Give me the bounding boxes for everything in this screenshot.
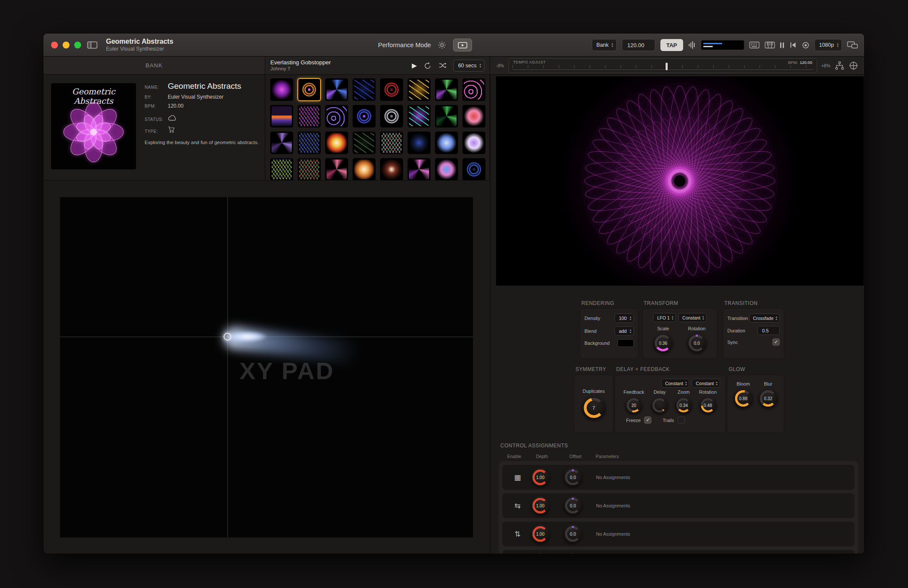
blend-stepper[interactable]: add ▴▾ (614, 326, 634, 336)
preset-thumbnail[interactable] (270, 78, 294, 101)
tempo-slider-handle[interactable] (666, 63, 668, 70)
visual-output-display (496, 76, 864, 286)
offset-knob[interactable]: 0.0 (563, 468, 582, 487)
preset-thumbnail[interactable] (270, 158, 294, 181)
preset-thumbnail[interactable] (352, 78, 376, 101)
close-button[interactable] (51, 42, 58, 48)
shuffle-icon[interactable] (439, 62, 447, 69)
record-icon[interactable] (802, 42, 809, 49)
xy-pad[interactable]: XY PAD (60, 197, 473, 538)
preset-thumbnail[interactable] (462, 158, 486, 181)
skip-back-icon[interactable] (789, 42, 797, 48)
preset-thumbnail[interactable] (297, 78, 321, 101)
preset-thumbnail[interactable] (435, 158, 458, 181)
bank-select[interactable]: Bank ▴▾ (592, 39, 617, 51)
blur-knob[interactable]: 0.32 (758, 389, 778, 408)
sidebar-toggle-icon[interactable] (87, 41, 97, 49)
preset-thumbnail[interactable] (435, 105, 458, 128)
sync-checkbox[interactable]: ✓ (772, 338, 780, 346)
preset-thumbnail[interactable] (325, 105, 348, 128)
preset-thumbnail[interactable] (325, 131, 348, 154)
preset-thumbnail[interactable] (462, 131, 486, 154)
preset-thumbnail[interactable] (352, 131, 376, 154)
rotation-knob[interactable]: 0.48 (699, 397, 717, 414)
maximize-button[interactable] (74, 42, 81, 48)
swap-source-icon[interactable]: ⇆ (511, 501, 524, 510)
preset-thumbnail[interactable] (380, 131, 403, 154)
app-window: Geometric Abstracts Euler Visual Synthes… (43, 33, 865, 554)
glow-panel: Bloom0.88Blur0.32 (727, 375, 784, 433)
tempo-slider[interactable]: TEMPO ADJUST BPM:120.00 (508, 58, 817, 73)
depth-knob[interactable]: 1.00 (531, 553, 550, 554)
preset-thumbnail[interactable] (407, 78, 431, 101)
preset-thumbnail[interactable] (325, 78, 348, 101)
offset-knob[interactable]: 0.0 (563, 525, 582, 543)
preset-thumbnail[interactable] (380, 78, 403, 101)
preset-thumbnail[interactable] (407, 158, 431, 181)
freeze-checkbox[interactable]: ✓ (644, 416, 651, 424)
hierarchy-icon[interactable] (835, 61, 844, 70)
modulation-source-select[interactable]: LFO 1▴▾ (653, 313, 676, 322)
preset-thumbnail[interactable] (352, 105, 376, 128)
trails-checkbox[interactable] (678, 416, 685, 424)
preset-thumbnail[interactable] (407, 131, 431, 154)
depth-knob[interactable]: 1.00 (531, 525, 550, 543)
preset-thumbnail[interactable] (297, 131, 321, 154)
rotation-knob[interactable]: 0.0 (687, 333, 707, 353)
updown-source-icon[interactable]: ⇅ (511, 530, 524, 539)
modulation-source-select[interactable]: Constant▴▾ (661, 379, 690, 388)
brightness-icon[interactable] (438, 41, 446, 49)
preset-thumbnail[interactable] (270, 131, 294, 154)
preset-thumbnail[interactable] (297, 105, 321, 128)
bloom-knob[interactable]: 0.88 (733, 389, 753, 408)
loop-icon[interactable] (424, 62, 432, 69)
preset-thumbnail[interactable] (435, 131, 458, 154)
preset-thumbnail-art (464, 80, 484, 100)
preset-artwork[interactable]: Geometric Abstracts (51, 83, 136, 169)
scale-knob[interactable]: 0.36 (653, 333, 673, 353)
resolution-select[interactable]: 1080p ▴▾ (814, 39, 842, 51)
feedback-knob[interactable]: 20 (625, 397, 642, 414)
preset-thumbnail[interactable] (462, 105, 486, 128)
dropdown-value: LFO 1 (657, 315, 669, 320)
preset-thumbnail[interactable] (270, 105, 294, 128)
preset-thumbnail-art (272, 80, 292, 100)
minimize-button[interactable] (63, 42, 70, 48)
piano-keys-icon[interactable] (765, 42, 775, 48)
duration-field[interactable]: 0.5 (757, 326, 780, 335)
density-stepper[interactable]: 100 ▴▾ (614, 314, 634, 323)
displays-icon[interactable] (847, 41, 858, 49)
preset-thumbnail[interactable] (462, 78, 486, 101)
pause-icon[interactable] (780, 42, 784, 48)
background-color-swatch[interactable] (617, 339, 634, 347)
offset-knob[interactable]: 0.0 (563, 496, 582, 515)
depth-knob[interactable]: 1.00 (531, 496, 550, 515)
typing-keyboard-icon[interactable] (749, 42, 760, 48)
preset-thumbnail[interactable] (297, 158, 321, 181)
duration-select[interactable]: 60 secs ▴▾ (453, 60, 484, 72)
zoom-knob[interactable]: 0.34 (675, 397, 692, 414)
preset-thumbnail[interactable] (352, 158, 376, 181)
track-title: Everlasting Gobstopper (270, 59, 406, 66)
depth-knob[interactable]: 1.00 (531, 468, 550, 487)
assignment-parameters: No Assignments (596, 475, 630, 480)
keyboard-source-icon[interactable]: ▦ (511, 473, 524, 482)
preset-thumbnail[interactable] (380, 158, 403, 181)
duplicates-knob[interactable]: 7 (582, 396, 606, 420)
xy-pad-handle[interactable] (224, 333, 231, 341)
preset-thumbnail[interactable] (407, 105, 431, 128)
offset-knob[interactable]: 0.0 (563, 553, 582, 554)
preset-thumbnail[interactable] (435, 78, 458, 101)
transition-mode-select[interactable]: Crossfade ▴▾ (749, 314, 780, 323)
bpm-field[interactable]: 120.00 (622, 39, 655, 51)
modulation-source-select[interactable]: Constant▴▾ (678, 313, 707, 322)
crosshair-target-icon[interactable] (849, 61, 858, 70)
sync-label: Sync (727, 340, 738, 345)
preset-thumbnail[interactable] (380, 105, 403, 128)
delay-knob[interactable] (651, 397, 668, 414)
preset-thumbnail[interactable] (325, 158, 348, 181)
preview-mode-button[interactable] (453, 39, 472, 51)
modulation-source-select[interactable]: Constant▴▾ (692, 379, 720, 388)
tap-tempo-button[interactable]: TAP (660, 39, 683, 51)
play-icon[interactable]: ▶ (412, 62, 417, 69)
